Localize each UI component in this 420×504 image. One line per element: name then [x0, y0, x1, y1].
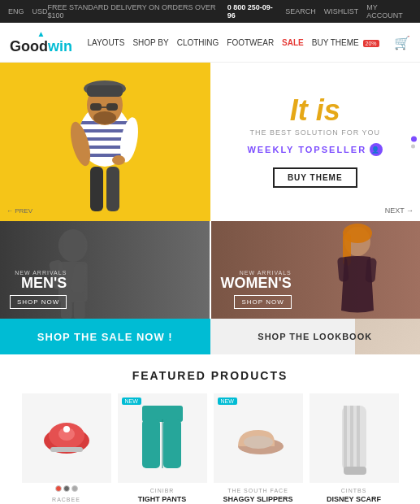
- theme-badge: 20%: [363, 40, 379, 47]
- search-link[interactable]: SEARCH: [285, 7, 316, 15]
- account-link[interactable]: MY ACCOUNT: [366, 3, 412, 20]
- logo[interactable]: ▲ Goodwin: [10, 29, 72, 55]
- product-image: NEW: [118, 393, 207, 483]
- svg-rect-41: [142, 419, 160, 468]
- color-swatch[interactable]: [55, 485, 62, 492]
- hero-topseller: WEEKLY TOPSELLER 👤: [247, 143, 383, 156]
- men-banner[interactable]: NEW ARRIVALS MEN'S SHOP NOW: [0, 221, 210, 319]
- nav-layouts[interactable]: LAYOUTS: [87, 38, 124, 47]
- nav-sale[interactable]: SALE: [282, 38, 304, 47]
- nav-buy-theme[interactable]: BUY THEME 20%: [312, 38, 379, 47]
- men-shop-btn[interactable]: SHOP NOW: [10, 295, 67, 309]
- product-name: TIGHT PANTS: [118, 495, 207, 503]
- product-badge: NEW: [122, 398, 141, 405]
- sale-row: SHOP THE SALE NOW ! SHOP THE LOOKBOOK: [0, 319, 420, 354]
- product-image: [310, 393, 399, 483]
- svg-point-14: [93, 111, 116, 124]
- hero-next[interactable]: NEXT →: [385, 206, 414, 215]
- dot-1[interactable]: [411, 136, 417, 141]
- featured-section: FEATURED PRODUCTS RACBEE WINTER CAP ★★★★…: [0, 354, 420, 504]
- products-grid: RACBEE WINTER CAP ★★★★☆ from $55.80 USD …: [8, 393, 412, 504]
- shop-sale-text: SHOP THE SALE NOW !: [37, 331, 173, 343]
- hero-section: ← PREV It is THE BEST SOLUTION FOR YOU W…: [0, 63, 420, 221]
- shipping-notice: FREE STANDARD DELIVERY ON ORDERS OVER $1…: [48, 3, 227, 20]
- product-category: CINTBS: [310, 488, 399, 493]
- svg-rect-50: [350, 406, 353, 471]
- header: ▲ Goodwin LAYOUTS SHOP BY CLOTHING FOOTW…: [0, 23, 420, 63]
- hero-visual: [0, 63, 210, 221]
- product-card[interactable]: NEW THE SOUTH FACE SHAGGY SLIPPERS ★★★★☆…: [214, 393, 303, 504]
- featured-title: FEATURED PRODUCTS: [8, 369, 412, 382]
- hero-text: It is THE BEST SOLUTION FOR YOU WEEKLY T…: [210, 63, 421, 221]
- svg-rect-10: [87, 85, 123, 97]
- svg-rect-37: [50, 447, 83, 452]
- men-title: MEN'S: [10, 276, 67, 292]
- product-badge: NEW: [218, 398, 237, 405]
- svg-rect-42: [163, 419, 181, 468]
- svg-rect-49: [344, 406, 347, 471]
- product-image: [22, 393, 111, 483]
- logo-icon: ▲: [10, 29, 72, 38]
- nav-footwear[interactable]: FOOTWEAR: [227, 38, 274, 47]
- women-shop-btn[interactable]: SHOP NOW: [234, 295, 291, 309]
- product-card[interactable]: RACBEE WINTER CAP ★★★★☆ from $55.80 USD: [22, 393, 111, 504]
- hero-prev[interactable]: ← PREV: [6, 207, 32, 215]
- logo-text: Goodwin: [10, 38, 72, 55]
- svg-point-17: [112, 155, 125, 165]
- top-bar-left: ENG USD: [8, 7, 48, 15]
- main-nav: LAYOUTS SHOP BY CLOTHING FOOTWEAR SALE B…: [87, 38, 379, 47]
- women-title: WOMEN'S: [221, 276, 292, 292]
- svg-point-21: [58, 229, 88, 262]
- men-banner-content: NEW ARRIVALS MEN'S SHOP NOW: [10, 270, 67, 309]
- svg-rect-52: [344, 467, 366, 475]
- buy-theme-button[interactable]: BUY THEME: [273, 167, 357, 188]
- nav-clothing[interactable]: CLOTHING: [177, 38, 219, 47]
- product-name: SHAGGY SLIPPERS: [214, 495, 303, 503]
- svg-rect-26: [74, 301, 85, 319]
- svg-rect-19: [106, 167, 119, 211]
- hero-dots: [411, 136, 417, 148]
- svg-rect-11: [90, 103, 102, 111]
- product-category: RACBEE: [22, 497, 111, 502]
- banner-row: NEW ARRIVALS MEN'S SHOP NOW: [0, 221, 420, 319]
- svg-point-46: [244, 436, 273, 449]
- women-banner[interactable]: NEW ARRIVALS WOMEN'S SHOP NOW: [211, 221, 421, 319]
- top-bar-right: 0 800 250-09-96 SEARCH WISHLIST MY ACCOU…: [227, 3, 412, 20]
- svg-point-38: [63, 426, 70, 432]
- color-swatch[interactable]: [71, 485, 78, 492]
- shop-lookbook-button[interactable]: SHOP THE LOOKBOOK: [210, 319, 421, 354]
- product-card[interactable]: NEW CINIBR TIGHT PANTS ★★★★★ from $348.8…: [118, 393, 207, 504]
- phone-number: 0 800 250-09-96: [227, 3, 278, 20]
- product-category: THE SOUTH FACE: [214, 488, 303, 493]
- product-image: NEW: [214, 393, 303, 483]
- hero-sub: THE BEST SOLUTION FOR YOU: [249, 128, 380, 137]
- dot-2[interactable]: [411, 144, 415, 148]
- topseller-icon: 👤: [370, 143, 383, 156]
- wishlist-link[interactable]: WISHLIST: [324, 7, 359, 15]
- product-name: DISNEY SCARF: [310, 495, 399, 503]
- product-card[interactable]: CINTBS DISNEY SCARF ★★★★☆ from $63.90 US…: [310, 393, 399, 504]
- shop-lookbook-text: SHOP THE LOOKBOOK: [258, 332, 372, 341]
- lang-selector[interactable]: ENG: [8, 7, 24, 15]
- hero-image: ← PREV: [0, 63, 210, 221]
- hero-tagline: It is: [290, 96, 340, 125]
- svg-rect-12: [106, 103, 118, 111]
- cart-icon[interactable]: 🛒: [394, 35, 410, 50]
- currency-selector[interactable]: USD: [32, 7, 48, 15]
- svg-rect-51: [357, 406, 360, 471]
- color-swatch[interactable]: [63, 485, 70, 492]
- women-banner-content: NEW ARRIVALS WOMEN'S SHOP NOW: [221, 270, 292, 309]
- color-swatches: [22, 485, 111, 492]
- nav-shop-by[interactable]: SHOP BY: [132, 38, 168, 47]
- svg-rect-18: [90, 167, 103, 211]
- shop-sale-button[interactable]: SHOP THE SALE NOW !: [0, 319, 210, 354]
- top-bar: ENG USD FREE STANDARD DELIVERY ON ORDERS…: [0, 0, 420, 23]
- product-category: CINIBR: [118, 488, 207, 493]
